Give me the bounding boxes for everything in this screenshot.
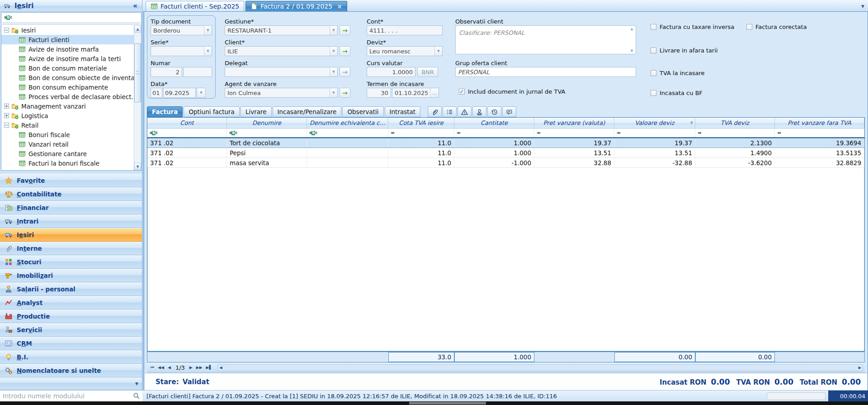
last-record-button[interactable]: ▶▌ bbox=[204, 365, 214, 370]
close-icon[interactable]: × bbox=[337, 4, 342, 9]
checkbox-tva-la-incasare[interactable]: TVA la incasare bbox=[651, 70, 705, 76]
column-header-cantitate[interactable]: Cantitate bbox=[454, 118, 534, 128]
grup-oferta-value[interactable] bbox=[456, 67, 636, 76]
chevron-down-icon[interactable]: ▼ bbox=[204, 26, 212, 35]
data-day-value[interactable] bbox=[151, 88, 162, 97]
deviz-select[interactable]: ▼ bbox=[367, 46, 443, 56]
expand-icon[interactable]: + bbox=[4, 104, 9, 109]
client-select[interactable]: ▼ bbox=[225, 46, 338, 56]
column-filter-denumire[interactable]: abc bbox=[227, 129, 307, 137]
tip-document-select[interactable]: ▼ bbox=[151, 25, 212, 35]
data-monthyear-input[interactable] bbox=[163, 88, 196, 98]
chevron-down-icon[interactable]: ▼ bbox=[204, 47, 212, 56]
scroll-up-icon[interactable]: ▲ bbox=[630, 27, 633, 31]
module-crm[interactable]: CRM bbox=[0, 337, 142, 350]
chevron-down-icon[interactable]: ▼ bbox=[330, 67, 337, 76]
module-analyst[interactable]: Analyst bbox=[0, 296, 142, 310]
tree-item-avize-de-insotire-marfa-la-terti[interactable]: Avize de insotire marfa la terti bbox=[1, 54, 134, 63]
checklist-button[interactable] bbox=[443, 106, 457, 117]
termen-days-value[interactable] bbox=[367, 88, 391, 97]
textarea-scroll-arrows[interactable]: ▲▼ bbox=[629, 27, 635, 53]
tree-item-gestionare-cantare[interactable]: Gestionare cantare bbox=[1, 149, 134, 158]
checkbox-icon[interactable] bbox=[651, 24, 656, 30]
history-button[interactable] bbox=[487, 106, 501, 117]
column-header-pret-vanzare-valuta[interactable]: Pret vanzare (valuta) bbox=[534, 118, 614, 128]
scroll-up-icon[interactable]: ▲ bbox=[134, 25, 141, 33]
scroll-down-icon[interactable]: ▼ bbox=[630, 49, 633, 53]
checkbox-icon[interactable] bbox=[651, 90, 656, 96]
column-header-tva-deviz[interactable]: TVA deviz bbox=[695, 118, 775, 128]
fast-prev-button[interactable]: ◀◀ bbox=[156, 365, 166, 370]
module-iesiri[interactable]: Iesiri bbox=[0, 228, 142, 242]
stamp-button[interactable] bbox=[472, 106, 486, 117]
module-search-input[interactable] bbox=[0, 391, 132, 401]
detail-tab-incasare-penalizare[interactable]: Incasare/Penalizare bbox=[273, 106, 342, 117]
module-stocuri[interactable]: Stocuri bbox=[0, 255, 142, 269]
grup-oferta-input[interactable] bbox=[455, 67, 636, 77]
first-record-button[interactable]: ⏮︎ bbox=[149, 365, 156, 370]
text-filter-icon[interactable]: abc bbox=[4, 15, 12, 20]
tab-list-chevron-icon[interactable]: ▼ bbox=[861, 4, 864, 9]
more-options-icon[interactable]: … bbox=[430, 88, 439, 97]
module-servicii[interactable]: Servicii bbox=[0, 323, 142, 337]
numar-sufix-value[interactable] bbox=[184, 67, 212, 76]
data-calendar-dropdown[interactable]: ▼ bbox=[197, 88, 206, 98]
detail-tab-factura[interactable]: Factura bbox=[147, 106, 183, 117]
column-header-cota-tva-iesire[interactable]: Cota TVA iesire bbox=[388, 118, 454, 128]
detail-tab-observatii[interactable]: Observatii bbox=[342, 106, 383, 117]
data-day-input[interactable] bbox=[151, 88, 162, 98]
numar-value[interactable] bbox=[151, 67, 182, 76]
tree-item-iesiri[interactable]: −Iesiri bbox=[1, 25, 134, 35]
data-monthyear-value[interactable] bbox=[164, 88, 195, 97]
module-b-i[interactable]: B.I. bbox=[0, 350, 142, 364]
chevron-down-icon[interactable]: ▼ bbox=[197, 88, 205, 97]
chevron-down-icon[interactable]: ▼ bbox=[135, 381, 138, 386]
checkbox-icon[interactable] bbox=[746, 24, 752, 30]
termen-date-input[interactable]: … bbox=[392, 88, 439, 98]
column-filter-pret-vanzare-fara-tva[interactable]: = bbox=[775, 129, 864, 137]
fast-next-button[interactable]: ▶▶ bbox=[194, 365, 204, 370]
tab-facturi-clienti-sep-2025[interactable]: Facturi clienti - Sep.2025 bbox=[146, 1, 244, 11]
checkbox-factura-cu-taxare-inversa[interactable]: Factura cu taxare inversa bbox=[651, 24, 734, 30]
scroll-right-icon[interactable]: ▶ bbox=[859, 366, 861, 370]
sidebar-splitter[interactable]: ····· bbox=[0, 171, 142, 174]
termen-date-value[interactable] bbox=[392, 88, 430, 97]
module-productie[interactable]: Productie bbox=[0, 310, 142, 323]
chevron-down-icon[interactable]: ▼ bbox=[330, 47, 337, 56]
detail-tab-optiuni-factura[interactable]: Optiuni factura bbox=[184, 106, 240, 117]
scroll-left-icon[interactable]: ◀ bbox=[219, 366, 222, 370]
module-favorite[interactable]: Favorite bbox=[0, 174, 142, 187]
tree-item-bon-de-consum-materiale[interactable]: Bon de consum materiale bbox=[1, 63, 134, 73]
column-filter-denumire-echivalenta-c[interactable]: abc bbox=[307, 129, 388, 137]
delegat-value[interactable] bbox=[225, 67, 330, 76]
collapse-icon[interactable]: − bbox=[4, 28, 9, 33]
tree-item-facturi-la-bonuri-fiscale[interactable]: Facturi la bonuri fiscale bbox=[1, 158, 134, 168]
open-agent-button[interactable]: → bbox=[340, 88, 350, 98]
column-header-denumire-echivalenta-c[interactable]: Denumire echivalenta c... bbox=[307, 118, 388, 128]
serie-select[interactable]: ▼ bbox=[151, 46, 212, 56]
detail-tab-intrastat[interactable]: Intrastat bbox=[385, 106, 421, 117]
agent-select[interactable]: ▼ bbox=[225, 88, 338, 98]
tree-item-bon-consum-echipamente[interactable]: Bon consum echipamente bbox=[1, 82, 134, 92]
chevron-down-icon[interactable]: ▼ bbox=[330, 26, 337, 35]
open-delegat-button[interactable]: → bbox=[340, 67, 350, 77]
column-filter-cota-tva-iesire[interactable]: = bbox=[388, 129, 454, 137]
checkbox-livrare-in-afara-tarii[interactable]: Livrare in afara tarii bbox=[651, 47, 718, 54]
tree-item-retail[interactable]: −Retail bbox=[1, 120, 134, 130]
tree-item-bon-de-consum-obiecte-de-inventar[interactable]: Bon de consum obiecte de inventar bbox=[1, 73, 134, 82]
checkbox-incasata-cu-bf[interactable]: Incasata cu BF bbox=[651, 90, 703, 96]
column-filter-valoare-deviz[interactable]: = bbox=[614, 129, 695, 137]
tree-item-management-vanzari[interactable]: +Management vanzari bbox=[1, 101, 134, 111]
collapse-icon[interactable]: − bbox=[4, 123, 9, 128]
column-header-cont[interactable]: Cont bbox=[147, 118, 227, 128]
attachment-button[interactable] bbox=[428, 106, 442, 117]
checkbox-icon[interactable]: ✓ bbox=[459, 89, 465, 95]
tree-item-facturi-clienti[interactable]: Facturi clienti bbox=[1, 35, 134, 44]
column-filter-cont[interactable]: abc bbox=[147, 129, 227, 137]
tree-scrollbar[interactable]: ▲ ▼ bbox=[134, 25, 141, 170]
termen-days-input[interactable] bbox=[367, 88, 391, 98]
curs-valutar-input[interactable] bbox=[367, 67, 415, 77]
warning-button[interactable] bbox=[458, 106, 472, 117]
curs-valutar-value[interactable] bbox=[367, 67, 415, 76]
tree-item-proces-verbal-de-declasare-obiect[interactable]: Proces verbal de declasare obiect... bbox=[1, 92, 134, 101]
